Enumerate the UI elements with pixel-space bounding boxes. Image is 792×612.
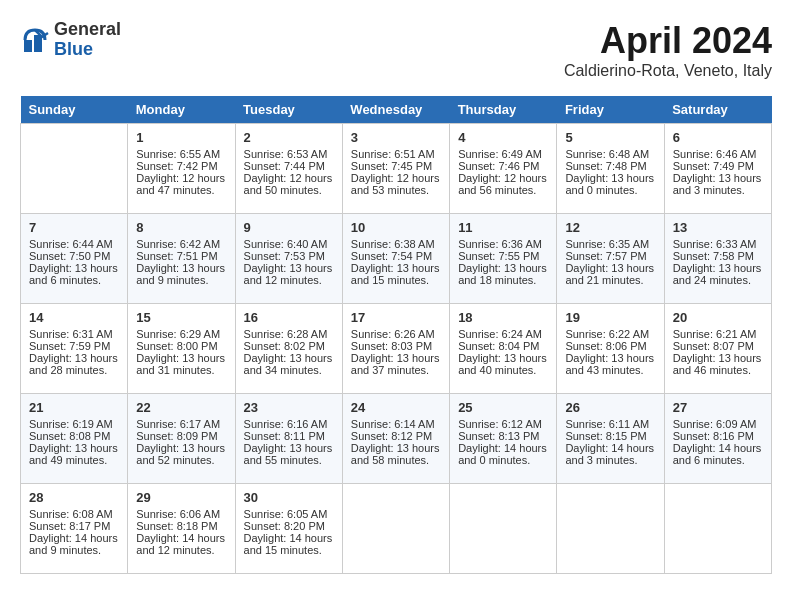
day-info: and 24 minutes. <box>673 274 763 286</box>
day-info: and 31 minutes. <box>136 364 226 376</box>
day-info: Sunset: 7:54 PM <box>351 250 441 262</box>
day-info: and 21 minutes. <box>565 274 655 286</box>
day-info: Sunrise: 6:16 AM <box>244 418 334 430</box>
day-info: Sunset: 7:46 PM <box>458 160 548 172</box>
day-info: Sunrise: 6:29 AM <box>136 328 226 340</box>
day-info: Sunrise: 6:46 AM <box>673 148 763 160</box>
day-number: 8 <box>136 220 226 235</box>
day-number: 26 <box>565 400 655 415</box>
title-section: April 2024 Caldierino-Rota, Veneto, Ital… <box>564 20 772 80</box>
day-info: Sunset: 8:02 PM <box>244 340 334 352</box>
day-info: Sunset: 7:49 PM <box>673 160 763 172</box>
day-info: Daylight: 12 hours <box>351 172 441 184</box>
day-number: 24 <box>351 400 441 415</box>
day-info: Daylight: 13 hours <box>565 172 655 184</box>
day-info: Daylight: 12 hours <box>244 172 334 184</box>
day-info: Sunset: 8:07 PM <box>673 340 763 352</box>
day-number: 20 <box>673 310 763 325</box>
calendar-week-row: 21Sunrise: 6:19 AMSunset: 8:08 PMDayligh… <box>21 394 772 484</box>
day-info: Daylight: 13 hours <box>565 262 655 274</box>
header-saturday: Saturday <box>664 96 771 124</box>
day-info: Sunrise: 6:48 AM <box>565 148 655 160</box>
table-row: 1Sunrise: 6:55 AMSunset: 7:42 PMDaylight… <box>128 124 235 214</box>
table-row: 27Sunrise: 6:09 AMSunset: 8:16 PMDayligh… <box>664 394 771 484</box>
table-row: 13Sunrise: 6:33 AMSunset: 7:58 PMDayligh… <box>664 214 771 304</box>
day-info: Sunrise: 6:26 AM <box>351 328 441 340</box>
day-info: Sunrise: 6:53 AM <box>244 148 334 160</box>
day-info: and 49 minutes. <box>29 454 119 466</box>
table-row <box>557 484 664 574</box>
day-info: and 37 minutes. <box>351 364 441 376</box>
day-info: Sunrise: 6:49 AM <box>458 148 548 160</box>
table-row <box>664 484 771 574</box>
logo-general-text: General <box>54 20 121 40</box>
table-row: 17Sunrise: 6:26 AMSunset: 8:03 PMDayligh… <box>342 304 449 394</box>
day-info: and 28 minutes. <box>29 364 119 376</box>
day-info: Sunset: 7:48 PM <box>565 160 655 172</box>
logo-blue-text: Blue <box>54 40 121 60</box>
day-number: 13 <box>673 220 763 235</box>
day-number: 19 <box>565 310 655 325</box>
day-info: and 9 minutes. <box>136 274 226 286</box>
day-info: and 43 minutes. <box>565 364 655 376</box>
day-info: and 40 minutes. <box>458 364 548 376</box>
day-info: and 58 minutes. <box>351 454 441 466</box>
day-number: 14 <box>29 310 119 325</box>
day-number: 4 <box>458 130 548 145</box>
table-row: 20Sunrise: 6:21 AMSunset: 8:07 PMDayligh… <box>664 304 771 394</box>
day-info: and 12 minutes. <box>136 544 226 556</box>
header-thursday: Thursday <box>450 96 557 124</box>
day-info: Sunrise: 6:28 AM <box>244 328 334 340</box>
calendar-week-row: 14Sunrise: 6:31 AMSunset: 7:59 PMDayligh… <box>21 304 772 394</box>
header-tuesday: Tuesday <box>235 96 342 124</box>
table-row: 19Sunrise: 6:22 AMSunset: 8:06 PMDayligh… <box>557 304 664 394</box>
day-info: Daylight: 13 hours <box>673 352 763 364</box>
table-row <box>342 484 449 574</box>
svg-rect-1 <box>34 35 42 52</box>
day-info: and 56 minutes. <box>458 184 548 196</box>
location-text: Caldierino-Rota, Veneto, Italy <box>564 62 772 80</box>
day-info: and 15 minutes. <box>244 544 334 556</box>
table-row: 5Sunrise: 6:48 AMSunset: 7:48 PMDaylight… <box>557 124 664 214</box>
table-row: 11Sunrise: 6:36 AMSunset: 7:55 PMDayligh… <box>450 214 557 304</box>
header-monday: Monday <box>128 96 235 124</box>
day-number: 23 <box>244 400 334 415</box>
day-info: Sunrise: 6:42 AM <box>136 238 226 250</box>
day-info: Sunset: 8:13 PM <box>458 430 548 442</box>
table-row: 9Sunrise: 6:40 AMSunset: 7:53 PMDaylight… <box>235 214 342 304</box>
day-info: Sunset: 8:03 PM <box>351 340 441 352</box>
day-info: Daylight: 14 hours <box>29 532 119 544</box>
day-info: Sunrise: 6:35 AM <box>565 238 655 250</box>
table-row: 28Sunrise: 6:08 AMSunset: 8:17 PMDayligh… <box>21 484 128 574</box>
day-info: Daylight: 13 hours <box>351 262 441 274</box>
day-info: Daylight: 13 hours <box>565 352 655 364</box>
day-info: Daylight: 13 hours <box>673 262 763 274</box>
day-info: Sunrise: 6:38 AM <box>351 238 441 250</box>
day-info: Sunset: 7:42 PM <box>136 160 226 172</box>
day-info: Sunset: 7:50 PM <box>29 250 119 262</box>
day-info: Sunset: 7:57 PM <box>565 250 655 262</box>
day-info: Sunset: 8:17 PM <box>29 520 119 532</box>
day-number: 6 <box>673 130 763 145</box>
day-info: and 6 minutes. <box>29 274 119 286</box>
day-info: Daylight: 13 hours <box>136 262 226 274</box>
day-number: 18 <box>458 310 548 325</box>
day-number: 12 <box>565 220 655 235</box>
day-info: Daylight: 13 hours <box>244 442 334 454</box>
table-row: 14Sunrise: 6:31 AMSunset: 7:59 PMDayligh… <box>21 304 128 394</box>
table-row: 10Sunrise: 6:38 AMSunset: 7:54 PMDayligh… <box>342 214 449 304</box>
day-info: Sunrise: 6:08 AM <box>29 508 119 520</box>
day-info: Daylight: 13 hours <box>29 262 119 274</box>
day-info: Sunrise: 6:17 AM <box>136 418 226 430</box>
day-info: Sunset: 7:55 PM <box>458 250 548 262</box>
table-row <box>450 484 557 574</box>
day-number: 22 <box>136 400 226 415</box>
table-row: 3Sunrise: 6:51 AMSunset: 7:45 PMDaylight… <box>342 124 449 214</box>
day-info: Daylight: 14 hours <box>136 532 226 544</box>
day-info: Sunrise: 6:05 AM <box>244 508 334 520</box>
day-number: 11 <box>458 220 548 235</box>
day-info: Sunrise: 6:24 AM <box>458 328 548 340</box>
day-info: Sunset: 8:20 PM <box>244 520 334 532</box>
day-info: Sunrise: 6:33 AM <box>673 238 763 250</box>
day-info: Daylight: 13 hours <box>351 352 441 364</box>
